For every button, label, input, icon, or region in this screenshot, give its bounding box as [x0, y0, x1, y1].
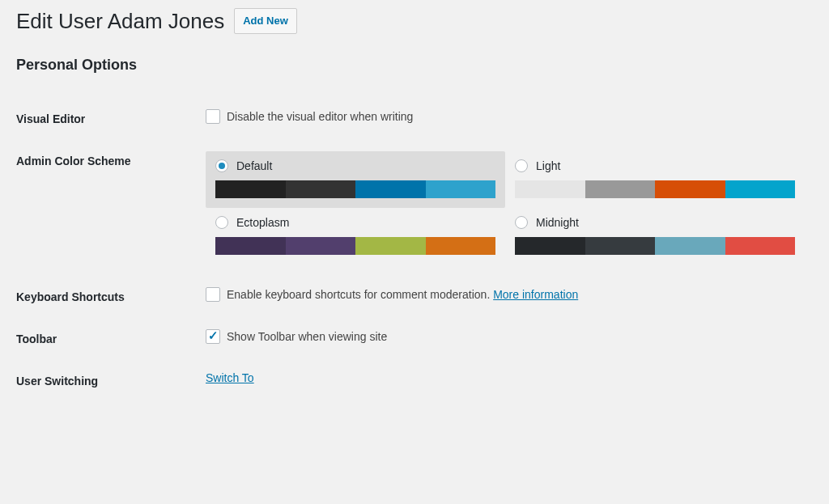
color-option-label-default[interactable]: Default: [215, 159, 495, 172]
color-option-default[interactable]: Default: [206, 151, 505, 208]
toolbar-checkbox-label[interactable]: Show Toolbar when viewing site: [206, 329, 805, 344]
visual-editor-checkbox-label[interactable]: Disable the visual editor when writing: [206, 109, 805, 124]
admin-color-scheme-row: Admin Color Scheme DefaultLightEctoplasm…: [16, 140, 813, 276]
section-heading: Personal Options: [16, 57, 813, 74]
color-option-ectoplasm[interactable]: Ectoplasm: [206, 208, 505, 265]
switch-to-link[interactable]: Switch To: [206, 371, 254, 384]
color-swatch: [655, 180, 725, 198]
color-radio-midnight[interactable]: [515, 216, 528, 229]
color-swatch: [355, 180, 426, 198]
color-palette-light: [515, 180, 795, 198]
keyboard-shortcuts-row: Keyboard Shortcuts Enable keyboard short…: [16, 276, 813, 318]
keyboard-shortcuts-text: Enable keyboard shortcuts for comment mo…: [227, 288, 578, 301]
more-information-link[interactable]: More information: [493, 288, 578, 301]
add-new-button[interactable]: Add New: [234, 8, 297, 34]
color-swatch: [286, 237, 356, 255]
color-swatch: [515, 237, 585, 255]
keyboard-shortcuts-text-inner: Enable keyboard shortcuts for comment mo…: [227, 288, 490, 301]
color-radio-ectoplasm[interactable]: [215, 216, 228, 229]
page-title: Edit User Adam Jones: [16, 9, 224, 34]
color-option-midnight[interactable]: Midnight: [505, 208, 805, 265]
visual-editor-checkbox[interactable]: [206, 109, 220, 124]
color-name-midnight: Midnight: [536, 216, 579, 229]
admin-color-scheme-label: Admin Color Scheme: [16, 140, 206, 276]
color-swatch: [515, 180, 585, 198]
color-palette-midnight: [515, 237, 795, 255]
page-header: Edit User Adam Jones Add New: [16, 8, 813, 34]
keyboard-shortcuts-checkbox[interactable]: [206, 287, 220, 302]
color-option-label-ectoplasm[interactable]: Ectoplasm: [215, 216, 495, 229]
color-swatch: [286, 180, 356, 198]
color-swatch: [215, 180, 286, 198]
toolbar-row: Toolbar Show Toolbar when viewing site: [16, 318, 813, 360]
color-option-label-midnight[interactable]: Midnight: [515, 216, 795, 229]
color-swatch: [655, 237, 725, 255]
keyboard-shortcuts-label: Keyboard Shortcuts: [16, 276, 206, 318]
color-swatch: [355, 237, 426, 255]
toolbar-text: Show Toolbar when viewing site: [227, 330, 387, 343]
color-swatch: [585, 237, 656, 255]
color-swatch: [215, 237, 286, 255]
color-radio-default[interactable]: [215, 159, 228, 172]
color-swatch: [725, 237, 796, 255]
personal-options-form: Visual Editor Disable the visual editor …: [16, 98, 813, 402]
color-swatch: [585, 180, 656, 198]
color-swatch: [725, 180, 796, 198]
visual-editor-label: Visual Editor: [16, 98, 206, 140]
color-palette-ectoplasm: [215, 237, 495, 255]
color-option-label-light[interactable]: Light: [515, 159, 795, 172]
color-swatch: [426, 237, 496, 255]
keyboard-shortcuts-checkbox-label[interactable]: Enable keyboard shortcuts for comment mo…: [206, 287, 805, 302]
color-option-light[interactable]: Light: [505, 151, 805, 208]
visual-editor-row: Visual Editor Disable the visual editor …: [16, 98, 813, 140]
visual-editor-text: Disable the visual editor when writing: [227, 110, 413, 123]
user-switching-row: User Switching Switch To: [16, 360, 813, 402]
user-switching-label: User Switching: [16, 360, 206, 402]
toolbar-checkbox[interactable]: [206, 329, 220, 344]
color-palette-default: [215, 180, 495, 198]
color-name-light: Light: [536, 159, 560, 172]
color-radio-light[interactable]: [515, 159, 528, 172]
toolbar-label: Toolbar: [16, 318, 206, 360]
color-name-ectoplasm: Ectoplasm: [236, 216, 289, 229]
color-name-default: Default: [236, 159, 272, 172]
color-scheme-options: DefaultLightEctoplasmMidnight: [206, 151, 805, 265]
color-swatch: [426, 180, 496, 198]
